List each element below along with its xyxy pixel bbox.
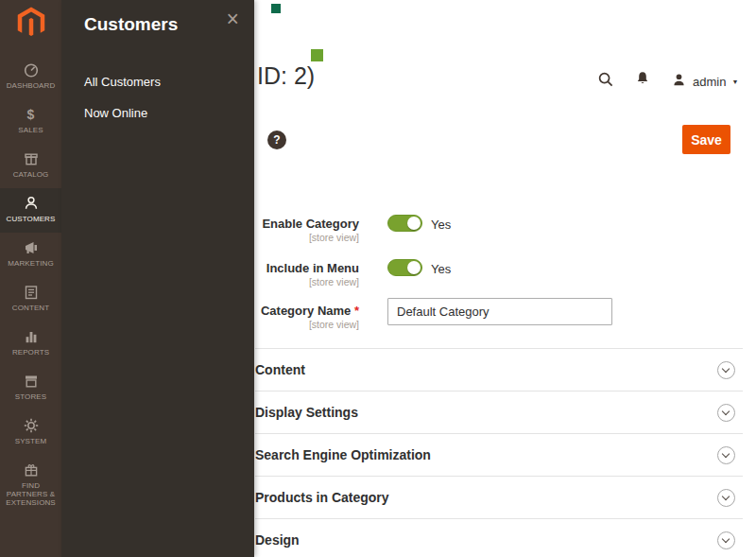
magento-logo-icon[interactable] (14, 6, 48, 40)
sidebar-item-label: CONTENT (12, 304, 49, 312)
admin-user-menu[interactable]: admin ▼ (671, 72, 738, 92)
sidebar-item-content[interactable]: CONTENT (0, 277, 61, 322)
sidebar-item-label: CATALOG (13, 170, 49, 179)
magento-admin-page: DASHBOARD $ SALES CATALOG CUSTOMERS (0, 0, 756, 557)
user-icon (671, 72, 687, 92)
section-design[interactable]: Design (255, 518, 743, 557)
sidebar-item-label: SYSTEM (15, 437, 47, 445)
sidebar-item-reports[interactable]: REPORTS (0, 322, 61, 366)
dashboard-icon (23, 61, 40, 78)
notifications-bell-icon[interactable] (634, 70, 651, 87)
category-name-input[interactable] (387, 298, 612, 325)
flyout-title: Customers (84, 14, 178, 35)
green-mark-small (271, 4, 281, 13)
toggle-knob (407, 217, 421, 230)
customers-flyout-menu: Customers × All Customers Now Online (61, 0, 254, 557)
find-partners-icon (23, 461, 40, 479)
sidebar-item-label: MARKETING (8, 259, 53, 268)
sidebar-item-system[interactable]: SYSTEM (0, 410, 61, 455)
admin-username: admin (693, 75, 726, 89)
chevron-down-icon: ▼ (731, 78, 738, 85)
section-display-settings[interactable]: Display Settings (255, 391, 743, 433)
sidebar-nav: DASHBOARD $ SALES CATALOG CUSTOMERS (0, 55, 61, 506)
content-icon (23, 284, 40, 301)
close-icon[interactable]: × (227, 9, 239, 30)
enable-category-toggle[interactable] (387, 215, 422, 232)
sidebar-item-label: CUSTOMERS (7, 215, 56, 223)
section-content[interactable]: Content (255, 348, 743, 391)
search-icon[interactable] (597, 71, 614, 88)
chevron-down-icon (717, 489, 735, 507)
page-title: ID: 2) (257, 62, 315, 90)
chevron-down-icon (717, 361, 735, 379)
sidebar-item-stores[interactable]: STORES (0, 366, 61, 410)
admin-sidebar: DASHBOARD $ SALES CATALOG CUSTOMERS (0, 0, 61, 557)
reports-icon (23, 328, 40, 345)
toggle-knob (407, 261, 421, 274)
sidebar-item-label: DASHBOARD (7, 81, 56, 90)
include-in-menu-value: Yes (431, 262, 451, 276)
stores-icon (23, 373, 40, 390)
chevron-down-icon (717, 531, 735, 549)
sidebar-item-customers[interactable]: CUSTOMERS (0, 188, 61, 233)
section-list: Content Display Settings Search Engine O… (255, 348, 743, 557)
sidebar-item-label: REPORTS (12, 348, 49, 357)
section-search-engine-optimization[interactable]: Search Engine Optimization (255, 433, 743, 476)
chevron-down-icon (717, 446, 735, 464)
marketing-icon (23, 239, 40, 256)
sidebar-item-marketing[interactable]: MARKETING (0, 233, 61, 277)
include-in-menu-toggle[interactable] (387, 259, 422, 276)
green-mark-large (311, 49, 323, 61)
section-products-in-category[interactable]: Products in Category (255, 476, 743, 518)
sidebar-item-sales[interactable]: $ SALES (0, 99, 61, 144)
enable-category-value: Yes (431, 218, 451, 232)
required-asterisk: * (354, 304, 359, 318)
sidebar-item-label: STORES (15, 392, 46, 401)
sidebar-item-dashboard[interactable]: DASHBOARD (0, 55, 61, 99)
sidebar-item-find-partners[interactable]: FIND PARTNERS & EXTENSIONS (0, 455, 61, 506)
system-icon (23, 417, 40, 434)
flyout-item-now-online[interactable]: Now Online (84, 106, 147, 120)
sidebar-item-catalog[interactable]: CATALOG (0, 144, 61, 188)
sidebar-item-label: SALES (18, 126, 43, 134)
help-icon[interactable]: ? (267, 131, 286, 149)
sales-icon: $ (27, 106, 35, 123)
catalog-icon (23, 150, 40, 167)
chevron-down-icon (717, 404, 735, 422)
sidebar-item-label: FIND PARTNERS & EXTENSIONS (3, 481, 60, 507)
flyout-item-all-customers[interactable]: All Customers (84, 75, 161, 89)
save-button[interactable]: Save (682, 125, 730, 154)
customers-icon (23, 195, 40, 212)
